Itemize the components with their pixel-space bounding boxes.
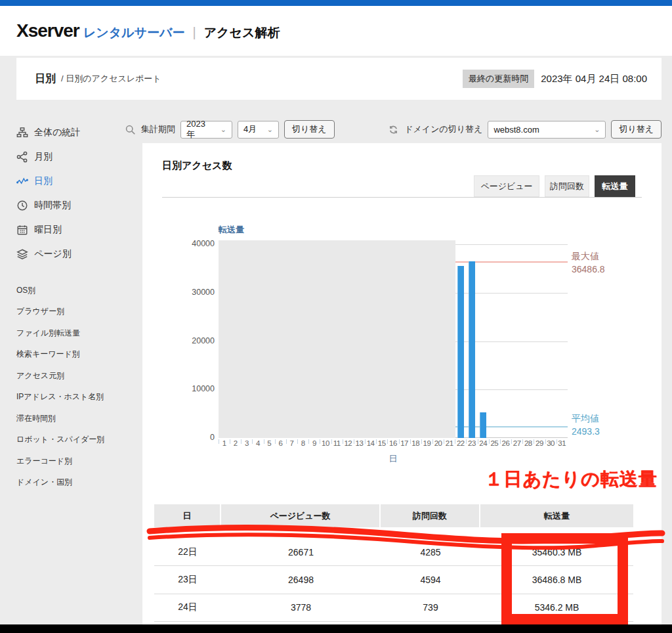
x-tick-label-17: 17 bbox=[399, 439, 410, 451]
x-tick-label-7: 7 bbox=[286, 439, 297, 451]
last-updated-value: 2023年 04月 24日 08:00 bbox=[541, 73, 647, 85]
brand: Xserver レンタルサーバー | アクセス解析 bbox=[16, 20, 280, 41]
period-label: 集計期間 bbox=[141, 123, 175, 135]
year-select[interactable]: 2023年⌄ bbox=[180, 121, 232, 139]
tab-pageviews[interactable]: ページビュー bbox=[474, 175, 539, 197]
sidebar-item-by-robot-spider[interactable]: ロボット・スパイダー別 bbox=[16, 429, 131, 451]
x-tick-label-29: 29 bbox=[534, 439, 545, 451]
bar-day-22 bbox=[457, 266, 464, 438]
table-header-cell: 訪問回数 bbox=[381, 504, 480, 527]
last-updated-badge: 最終の更新時間 bbox=[463, 70, 534, 88]
sidebar-item-label: ページ別 bbox=[34, 248, 72, 260]
domain-toolbar: ドメインの切り替え webst8.com⌄ 切り替え bbox=[388, 120, 662, 139]
x-tick-label-23: 23 bbox=[466, 439, 477, 451]
xserver-logo: Xserver bbox=[16, 20, 79, 41]
table-row: 22日26671428535460.3 MB bbox=[154, 538, 633, 566]
tabs-underline bbox=[162, 197, 642, 198]
x-tick-label-15: 15 bbox=[376, 439, 387, 451]
table-header-cell: 日 bbox=[154, 504, 221, 527]
avg-line-label: 平均値2493.3 bbox=[572, 412, 600, 438]
domain-select[interactable]: webst8.com⌄ bbox=[488, 121, 606, 139]
x-tick-label-14: 14 bbox=[365, 439, 376, 451]
x-tick-label-28: 28 bbox=[522, 439, 534, 451]
top-accent-bar bbox=[0, 0, 672, 6]
table-cell: 35460.3 MB bbox=[480, 538, 633, 566]
share-icon bbox=[16, 151, 28, 163]
calendar-icon bbox=[16, 224, 28, 236]
sidebar-item-label: 時間帯別 bbox=[34, 200, 71, 211]
max-line-label: 最大値36486.8 bbox=[572, 250, 605, 276]
sidebar-item-by-domain-country[interactable]: ドメイン・国別 bbox=[16, 472, 131, 494]
table-cell: 36486.8 MB bbox=[480, 566, 633, 594]
sidebar-item-by-os[interactable]: OS別 bbox=[16, 280, 131, 301]
x-tick-label-5: 5 bbox=[264, 439, 275, 451]
chevron-down-icon: ⌄ bbox=[220, 125, 226, 134]
table-cell: 26671 bbox=[221, 538, 381, 566]
x-tick-label-27: 27 bbox=[511, 439, 522, 451]
sidebar-item-label: 曜日別 bbox=[34, 224, 62, 236]
x-tick-label-3: 3 bbox=[241, 439, 252, 451]
table-spacer bbox=[154, 527, 633, 538]
x-tick-label-4: 4 bbox=[252, 439, 263, 451]
x-tick-label-18: 18 bbox=[410, 439, 421, 451]
layers-icon bbox=[16, 248, 28, 260]
sidebar-item-by-access-source[interactable]: アクセス元別 bbox=[16, 365, 131, 387]
sidebar-item-weekday[interactable]: 曜日別 bbox=[16, 217, 131, 242]
y-tick-label: 40000 bbox=[178, 239, 215, 248]
chart-y-axis-title: 転送量 bbox=[219, 224, 244, 236]
table-cell: 23日 bbox=[154, 566, 221, 594]
sidebar-item-overall-stats[interactable]: 全体の統計 bbox=[16, 120, 131, 144]
sidebar-item-label: 月別 bbox=[34, 151, 52, 163]
x-tick-label-12: 12 bbox=[343, 439, 354, 451]
tab-transfer[interactable]: 転送量 bbox=[595, 175, 635, 197]
period-switch-button[interactable]: 切り替え bbox=[284, 120, 335, 139]
app-header: Xserver レンタルサーバー | アクセス解析 bbox=[0, 6, 672, 56]
chart-privacy-overlay bbox=[219, 240, 455, 438]
daily-access-table: 日ページビュー数訪問回数転送量 22日26671428535460.3 MB23… bbox=[154, 504, 633, 622]
sidebar-item-by-search-keyword[interactable]: 検索キーワード別 bbox=[16, 344, 131, 366]
sidebar-item-by-error-code[interactable]: エラーコード別 bbox=[16, 450, 131, 472]
sidebar-item-monthly[interactable]: 月別 bbox=[16, 144, 131, 169]
x-tick-label-11: 11 bbox=[331, 439, 343, 451]
y-tick-label: 10000 bbox=[178, 384, 215, 393]
sidebar-item-label: 全体の統計 bbox=[34, 127, 80, 139]
table-header-row: 日ページビュー数訪問回数転送量 bbox=[154, 504, 633, 527]
x-tick-label-22: 22 bbox=[455, 439, 466, 451]
bottom-black-bar bbox=[0, 624, 672, 633]
x-tick-label-30: 30 bbox=[545, 439, 556, 451]
app-title: アクセス解析 bbox=[204, 24, 280, 41]
domain-switch-button[interactable]: 切り替え bbox=[611, 120, 662, 139]
sidebar-item-by-ip-host[interactable]: IPアドレス・ホスト名別 bbox=[16, 387, 131, 408]
domain-label: ドメインの切り替え bbox=[404, 123, 482, 135]
bar-day-24 bbox=[480, 412, 486, 438]
x-tick-label-16: 16 bbox=[387, 439, 398, 451]
sidebar-item-by-duration[interactable]: 滞在時間別 bbox=[16, 408, 131, 429]
metric-tabs: ページビュー訪問回数転送量 bbox=[0, 175, 635, 197]
tab-visits[interactable]: 訪問回数 bbox=[545, 175, 589, 197]
table-cell: 22日 bbox=[154, 538, 221, 566]
brand-divider: | bbox=[192, 25, 196, 40]
bar-day-23 bbox=[469, 261, 475, 438]
sitemap-icon bbox=[16, 127, 28, 139]
x-tick-label-26: 26 bbox=[500, 439, 511, 451]
y-tick-label: 0 bbox=[178, 433, 215, 442]
chart-x-axis-title: 日 bbox=[219, 453, 568, 465]
month-select[interactable]: 4月⌄ bbox=[238, 121, 279, 139]
x-tick-label-24: 24 bbox=[478, 439, 489, 451]
chevron-down-icon: ⌄ bbox=[594, 125, 600, 134]
magnifier-icon bbox=[125, 124, 136, 135]
table-cell: 3778 bbox=[221, 594, 381, 622]
sidebar-item-by-file-transfer[interactable]: ファイル別転送量 bbox=[16, 322, 131, 344]
table-cell: 4594 bbox=[381, 566, 480, 594]
sidebar-item-by-browser[interactable]: ブラウザー別 bbox=[16, 301, 131, 323]
clock-icon bbox=[16, 200, 28, 211]
table-cell: 5346.2 MB bbox=[480, 594, 633, 622]
x-tick-label-2: 2 bbox=[230, 439, 241, 451]
red-annotation-text: １日あたりの転送量 bbox=[484, 467, 658, 492]
y-tick-label: 20000 bbox=[178, 336, 215, 345]
sidebar-item-by-page[interactable]: ページ別 bbox=[16, 242, 131, 266]
table-cell: 4285 bbox=[381, 538, 480, 566]
x-tick-label-10: 10 bbox=[320, 439, 331, 451]
x-tick-label-8: 8 bbox=[297, 439, 308, 451]
x-tick-label-1: 1 bbox=[219, 439, 230, 451]
